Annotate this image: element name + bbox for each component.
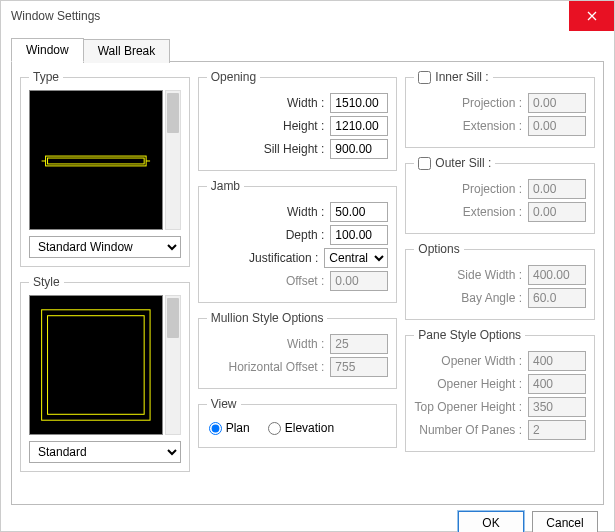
legend-inner-sill: Inner Sill : xyxy=(435,70,488,84)
tabstrip: Window Wall Break xyxy=(11,37,604,61)
opening-sill-label: Sill Height : xyxy=(207,142,325,156)
style-preview-svg xyxy=(30,296,162,434)
pane-num-input xyxy=(528,420,586,440)
type-preview-svg xyxy=(30,91,162,229)
jamb-justification-label: Justification : xyxy=(207,251,319,265)
pane-toph-input xyxy=(528,397,586,417)
pane-openerw-input xyxy=(528,351,586,371)
type-select[interactable]: Standard Window xyxy=(29,236,181,258)
opening-width-input[interactable] xyxy=(330,93,388,113)
jamb-width-input[interactable] xyxy=(330,202,388,222)
svg-rect-1 xyxy=(48,158,145,164)
group-inner-sill: Inner Sill : Projection : Extension : xyxy=(405,70,595,148)
legend-jamb: Jamb xyxy=(207,179,244,193)
type-preview xyxy=(29,90,163,230)
inner-sill-extension-label: Extension : xyxy=(414,119,522,133)
group-view: View Plan Elevation xyxy=(198,397,398,448)
inner-sill-checkbox[interactable] xyxy=(418,71,431,84)
ok-button[interactable]: OK xyxy=(458,511,524,532)
tab-window[interactable]: Window xyxy=(11,38,84,62)
tabpanel-window: Type St xyxy=(11,61,604,505)
pane-openerh-label: Opener Height : xyxy=(414,377,522,391)
group-jamb: Jamb Width : Depth : Justification :Cent… xyxy=(198,179,398,303)
mullion-width-input xyxy=(330,334,388,354)
legend-style: Style xyxy=(29,275,64,289)
inner-sill-extension-input xyxy=(528,116,586,136)
options-sidewidth-label: Side Width : xyxy=(414,268,522,282)
inner-sill-projection-input xyxy=(528,93,586,113)
close-button[interactable] xyxy=(569,1,614,31)
group-outer-sill: Outer Sill : Projection : Extension : xyxy=(405,156,595,234)
mullion-width-label: Width : xyxy=(207,337,325,351)
inner-sill-projection-label: Projection : xyxy=(414,96,522,110)
view-elevation-option[interactable]: Elevation xyxy=(268,421,334,435)
group-opening: Opening Width : Height : Sill Height : xyxy=(198,70,398,171)
style-scrollbar[interactable] xyxy=(165,295,181,435)
outer-sill-projection-input xyxy=(528,179,586,199)
opening-height-label: Height : xyxy=(207,119,325,133)
pane-toph-label: Top Opener Height : xyxy=(414,400,522,414)
opening-sill-input[interactable] xyxy=(330,139,388,159)
window-settings-dialog: Window Settings Window Wall Break Type xyxy=(0,0,615,532)
svg-rect-4 xyxy=(42,310,150,420)
view-elevation-radio[interactable] xyxy=(268,422,281,435)
opening-width-label: Width : xyxy=(207,96,325,110)
legend-pane: Pane Style Options xyxy=(414,328,525,342)
mullion-hoffset-input xyxy=(330,357,388,377)
jamb-offset-input xyxy=(330,271,388,291)
group-mullion: Mullion Style Options Width : Horizontal… xyxy=(198,311,398,389)
legend-outer-sill: Outer Sill : xyxy=(435,156,491,170)
outer-sill-extension-label: Extension : xyxy=(414,205,522,219)
group-options: Options Side Width : Bay Angle : xyxy=(405,242,595,320)
group-type: Type St xyxy=(20,70,190,267)
pane-openerh-input xyxy=(528,374,586,394)
type-scrollbar[interactable] xyxy=(165,90,181,230)
jamb-justification-select[interactable]: Central xyxy=(324,248,388,268)
options-bayangle-label: Bay Angle : xyxy=(414,291,522,305)
close-icon xyxy=(587,11,597,21)
jamb-offset-label: Offset : xyxy=(207,274,325,288)
legend-view: View xyxy=(207,397,241,411)
view-plan-radio[interactable] xyxy=(209,422,222,435)
style-preview xyxy=(29,295,163,435)
group-style: Style Standard xyxy=(20,275,190,472)
legend-opening: Opening xyxy=(207,70,260,84)
dialog-title: Window Settings xyxy=(11,9,100,23)
outer-sill-projection-label: Projection : xyxy=(414,182,522,196)
cancel-button[interactable]: Cancel xyxy=(532,511,598,532)
titlebar: Window Settings xyxy=(1,1,614,31)
legend-options: Options xyxy=(414,242,463,256)
dialog-buttons: OK Cancel xyxy=(11,511,604,532)
jamb-depth-label: Depth : xyxy=(207,228,325,242)
pane-openerw-label: Opener Width : xyxy=(414,354,522,368)
options-sidewidth-input xyxy=(528,265,586,285)
pane-num-label: Number Of Panes : xyxy=(414,423,522,437)
mullion-hoffset-label: Horizontal Offset : xyxy=(207,360,325,374)
outer-sill-extension-input xyxy=(528,202,586,222)
tab-wall-break[interactable]: Wall Break xyxy=(83,39,171,63)
style-select[interactable]: Standard xyxy=(29,441,181,463)
jamb-depth-input[interactable] xyxy=(330,225,388,245)
options-bayangle-input xyxy=(528,288,586,308)
jamb-width-label: Width : xyxy=(207,205,325,219)
view-plan-option[interactable]: Plan xyxy=(209,421,250,435)
legend-type: Type xyxy=(29,70,63,84)
group-pane: Pane Style Options Opener Width : Opener… xyxy=(405,328,595,452)
svg-rect-5 xyxy=(48,316,145,415)
opening-height-input[interactable] xyxy=(330,116,388,136)
outer-sill-checkbox[interactable] xyxy=(418,157,431,170)
legend-mullion: Mullion Style Options xyxy=(207,311,328,325)
